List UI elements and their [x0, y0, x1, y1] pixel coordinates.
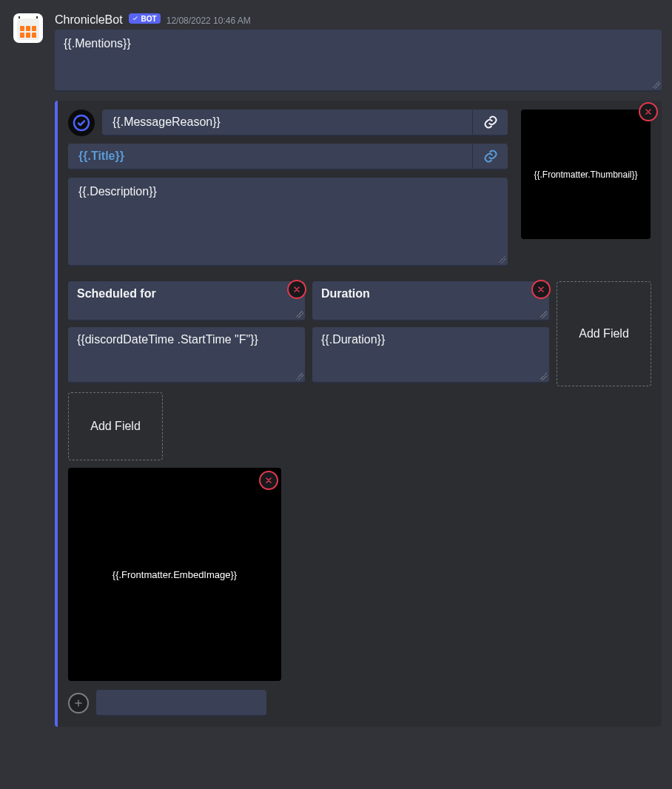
field-1-delete-button[interactable]: [287, 280, 306, 299]
bot-name: ChronicleBot: [55, 13, 123, 27]
add-field-button[interactable]: Add Field: [557, 281, 651, 386]
link-icon: [483, 114, 499, 130]
thumbnail-delete-button[interactable]: [639, 102, 658, 121]
field-1-name-input[interactable]: Scheduled for: [68, 281, 305, 321]
resize-handle-icon[interactable]: [540, 373, 548, 380]
author-row: {{.MessageReason}}: [68, 110, 508, 136]
thumbnail-image[interactable]: {{.Frontmatter.Thumbnail}}: [521, 110, 651, 239]
field-2-value-text: {{.Duration}}: [321, 333, 385, 346]
field-2: Duration {{.Duration}}: [312, 281, 549, 386]
author-input[interactable]: {{.MessageReason}}: [102, 110, 508, 136]
author-url-button[interactable]: [472, 110, 508, 135]
field-1-value-input[interactable]: {{discordDateTime .StartTime "F"}}: [68, 327, 305, 383]
embed-image[interactable]: {{.Frontmatter.EmbedImage}}: [68, 468, 281, 681]
add-field-label: Add Field: [579, 327, 629, 340]
content-input[interactable]: {{.Mentions}}: [55, 30, 662, 92]
field-2-value-input[interactable]: {{.Duration}}: [312, 327, 549, 383]
footer-row: [68, 690, 651, 716]
resize-handle-icon[interactable]: [296, 373, 303, 380]
bot-avatar: [13, 13, 43, 43]
description-input[interactable]: {{.Description}}: [68, 178, 508, 266]
resize-handle-icon[interactable]: [499, 256, 506, 263]
close-icon: [537, 285, 545, 294]
bot-tag: BOT: [129, 13, 161, 24]
resize-handle-icon[interactable]: [540, 311, 548, 318]
footer-text-input[interactable]: [96, 690, 266, 716]
add-field-button-2[interactable]: Add Field: [68, 392, 163, 460]
close-icon: [292, 285, 301, 294]
embed: {{.MessageReason}} {{.Title}}: [55, 101, 662, 727]
close-icon: [644, 107, 653, 116]
resize-handle-icon[interactable]: [296, 311, 303, 318]
field-2-name-input[interactable]: Duration: [312, 281, 549, 321]
bot-tag-label: BOT: [141, 15, 157, 23]
embed-image-label: {{.Frontmatter.EmbedImage}}: [112, 569, 237, 580]
thumbnail-label: {{.Frontmatter.Thumbnail}}: [534, 169, 637, 180]
author-text: {{.MessageReason}}: [102, 110, 472, 135]
calendar-icon: [16, 16, 40, 41]
close-icon: [264, 476, 273, 485]
field-1-name-text: Scheduled for: [77, 287, 156, 300]
timestamp: 12/08/2022 10:46 AM: [167, 16, 251, 26]
check-circle-icon: [73, 114, 90, 132]
title-text: {{.Title}}: [68, 144, 472, 169]
description-text: {{.Description}}: [78, 185, 157, 198]
message-header: ChronicleBot BOT 12/08/2022 10:46 AM: [55, 13, 660, 27]
title-input[interactable]: {{.Title}}: [68, 144, 508, 170]
verified-check-icon: [131, 14, 140, 23]
plus-icon: [73, 698, 84, 708]
field-2-delete-button[interactable]: [531, 280, 551, 299]
footer-icon-button[interactable]: [68, 693, 89, 714]
message: ChronicleBot BOT 12/08/2022 10:46 AM {{.…: [0, 0, 672, 736]
field-2-name-text: Duration: [321, 287, 370, 300]
title-url-button[interactable]: [472, 144, 508, 169]
field-1: Scheduled for {{discordDateTime .StartTi…: [68, 281, 305, 386]
resize-handle-icon[interactable]: [653, 81, 660, 89]
content-text: {{.Mentions}}: [64, 37, 131, 50]
image-delete-button[interactable]: [259, 471, 278, 490]
author-icon-button[interactable]: [68, 110, 95, 136]
field-1-value-text: {{discordDateTime .StartTime "F"}}: [77, 333, 258, 346]
link-icon: [483, 148, 499, 164]
add-field-label-2: Add Field: [90, 420, 141, 433]
fields-row: Scheduled for {{discordDateTime .StartTi…: [68, 281, 651, 386]
